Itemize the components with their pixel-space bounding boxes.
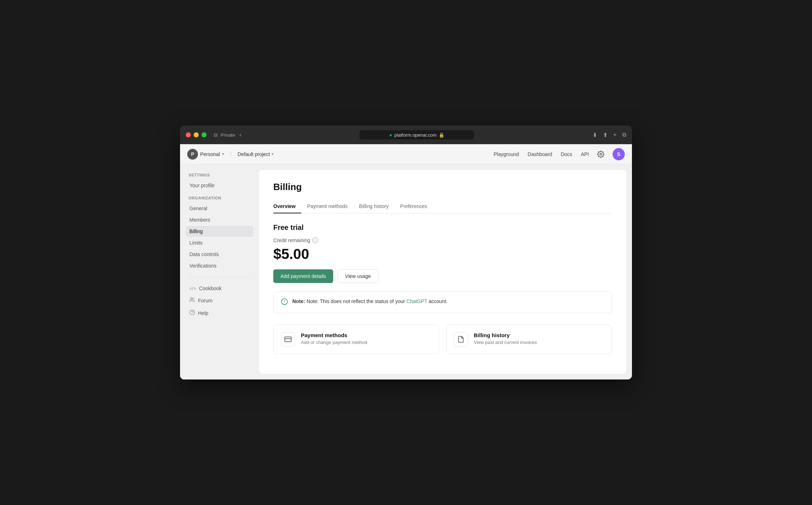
help-label: Help [198, 310, 208, 316]
help-icon [189, 310, 195, 316]
svg-point-0 [600, 153, 602, 155]
your-profile-label: Your profile [189, 183, 214, 188]
forum-icon [189, 297, 195, 304]
private-label: Private [221, 132, 235, 138]
main-content: SETTINGS Your profile ORGANIZATION Gener… [180, 164, 632, 379]
sidebar-divider [189, 277, 250, 277]
credit-label: Credit remaining i [273, 237, 612, 243]
cookbook-icon: </> [189, 286, 196, 291]
openai-favicon: ● [389, 132, 392, 138]
page-title: Billing [273, 181, 612, 193]
note-before-text: Note: This does not reflect the status o… [307, 298, 406, 304]
sidebar-item-limits[interactable]: Limits [186, 237, 253, 248]
add-payment-button[interactable]: Add payment details [273, 269, 333, 283]
general-label: General [189, 206, 207, 211]
title-bar-actions: ⬇ ⬆ + ⧉ [593, 132, 626, 138]
tab-overview[interactable]: Overview [273, 200, 301, 213]
cards-row: Payment methods Add or change payment me… [273, 325, 612, 354]
svg-point-1 [190, 298, 192, 299]
lock-icon: 🔒 [439, 132, 444, 138]
project-selector[interactable]: Default project ▾ [237, 151, 273, 157]
billing-history-card-desc: View past and current invoices [474, 340, 537, 345]
url-display[interactable]: ● platform.openai.com 🔒 [359, 130, 474, 140]
action-buttons: Add payment details View usage [273, 269, 612, 283]
svg-rect-7 [285, 337, 291, 341]
sidebar-item-verifications[interactable]: Verifications [186, 260, 253, 271]
verifications-label: Verifications [189, 263, 216, 269]
organization-section-label: ORGANIZATION [186, 196, 253, 200]
sidebar: SETTINGS Your profile ORGANIZATION Gener… [180, 164, 259, 379]
nav-link-playground[interactable]: Playground [494, 151, 519, 157]
sidebar-item-help[interactable]: Help [186, 307, 253, 319]
credit-amount: $5.00 [273, 246, 612, 262]
nav-link-api[interactable]: API [581, 151, 589, 157]
sidebar-toggle[interactable]: ⊟ Private [214, 132, 235, 138]
tab-preferences[interactable]: Preferences [395, 200, 433, 213]
note-after-text: account. [427, 298, 448, 304]
page-content: Billing Overview Payment methods Billing… [259, 170, 626, 374]
tabs-icon[interactable]: ⧉ [622, 132, 626, 138]
close-button[interactable] [186, 132, 191, 137]
nav-breadcrumb-separator: / [230, 150, 232, 158]
billing-history-card[interactable]: Billing history View past and current in… [446, 325, 612, 354]
nav-link-dashboard[interactable]: Dashboard [528, 151, 552, 157]
sidebar-item-forum[interactable]: Forum [186, 294, 253, 306]
credit-label-text: Credit remaining [273, 237, 310, 243]
project-chevron-icon: ▾ [272, 152, 274, 156]
note-icon [281, 298, 288, 307]
url-text: platform.openai.com [395, 132, 437, 138]
note-bold: Note: [292, 298, 305, 304]
members-label: Members [189, 217, 210, 223]
billing-label: Billing [189, 228, 203, 234]
sidebar-item-members[interactable]: Members [186, 214, 253, 225]
user-avatar[interactable]: S [613, 148, 625, 160]
back-button[interactable]: ‹ [239, 132, 241, 138]
note-text: Note: Note: This does not reflect the st… [292, 298, 448, 305]
new-tab-icon[interactable]: + [613, 132, 617, 138]
nav-links: Playground Dashboard Docs API [494, 151, 589, 157]
settings-section-label: SETTINGS [186, 173, 253, 177]
sidebar-item-data-controls[interactable]: Data controls [186, 249, 253, 260]
address-bar: ● platform.openai.com 🔒 [246, 130, 588, 140]
project-name: Default project [237, 151, 270, 157]
workspace-avatar: P [187, 149, 198, 160]
cookbook-label: Cookbook [199, 285, 222, 291]
workspace-chevron-icon: ▾ [222, 152, 224, 156]
credit-info-icon[interactable]: i [312, 237, 318, 243]
minimize-button[interactable] [194, 132, 199, 137]
nav-bar: P Personal ▾ / Default project ▾ Playgro… [180, 144, 632, 164]
section-title: Free trial [273, 223, 612, 232]
limits-label: Limits [189, 240, 203, 246]
download-icon[interactable]: ⬇ [593, 132, 597, 138]
workspace-name: Personal [200, 151, 220, 157]
view-usage-button[interactable]: View usage [337, 269, 378, 283]
payment-methods-card-body: Payment methods Add or change payment me… [301, 332, 367, 345]
workspace-selector[interactable]: P Personal ▾ [187, 149, 224, 160]
payment-methods-icon [281, 332, 295, 346]
sidebar-item-general[interactable]: General [186, 203, 253, 214]
payment-methods-card-title: Payment methods [301, 332, 367, 338]
sidebar-icon: ⊟ [214, 132, 218, 138]
forum-label: Forum [198, 298, 212, 303]
tab-billing-history[interactable]: Billing history [353, 200, 394, 213]
sidebar-item-your-profile[interactable]: Your profile [186, 180, 253, 191]
maximize-button[interactable] [202, 132, 207, 137]
billing-history-card-title: Billing history [474, 332, 537, 338]
share-icon[interactable]: ⬆ [603, 132, 608, 138]
note-box: Note: Note: This does not reflect the st… [273, 292, 612, 313]
tab-payment-methods[interactable]: Payment methods [301, 200, 353, 213]
traffic-lights [186, 132, 207, 137]
payment-methods-card-desc: Add or change payment method [301, 340, 367, 345]
title-bar: ⊟ Private ‹ ● platform.openai.com 🔒 ⬇ ⬆ … [180, 126, 632, 144]
sidebar-item-billing[interactable]: Billing [186, 226, 253, 237]
chatgpt-link[interactable]: ChatGPT [406, 298, 427, 304]
browser-window: ⊟ Private ‹ ● platform.openai.com 🔒 ⬇ ⬆ … [180, 126, 632, 379]
sidebar-item-cookbook[interactable]: </> Cookbook [186, 283, 253, 294]
billing-history-icon [454, 332, 468, 346]
billing-history-card-body: Billing history View past and current in… [474, 332, 537, 345]
billing-tabs: Overview Payment methods Billing history… [273, 200, 612, 213]
data-controls-label: Data controls [189, 251, 219, 257]
nav-link-docs[interactable]: Docs [561, 151, 572, 157]
payment-methods-card[interactable]: Payment methods Add or change payment me… [273, 325, 439, 354]
settings-button[interactable] [595, 148, 607, 160]
